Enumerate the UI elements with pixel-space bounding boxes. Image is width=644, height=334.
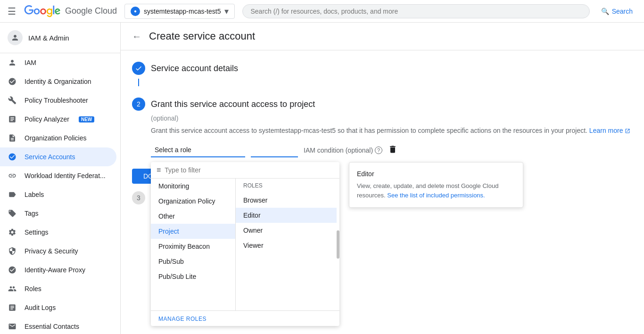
- search-bar[interactable]: [242, 4, 589, 18]
- dropdown-item-other[interactable]: Other: [151, 209, 235, 224]
- topbar: ☰ Google Cloud ● systemtestapp-mcas-test…: [0, 0, 644, 23]
- role-dropdown[interactable]: ≡ Monitoring Organization Policy Other P…: [151, 162, 339, 326]
- sidebar-item-audit-logs[interactable]: Audit Logs: [0, 298, 116, 317]
- step2-circle: 2: [132, 98, 145, 111]
- page-title: Create service account: [149, 30, 255, 42]
- search-label: Search: [612, 8, 633, 15]
- sidebar-item-policy-troubleshooter-label: Policy Troubleshooter: [25, 97, 88, 104]
- sidebar-item-roles-label: Roles: [25, 285, 41, 293]
- sidebar-item-org-policies[interactable]: Organization Policies: [0, 129, 116, 147]
- dropdown-scrollbar[interactable]: [337, 230, 339, 259]
- tooltip-description: View, create, update, and delete most Go…: [357, 181, 515, 200]
- menu-icon[interactable]: ☰: [8, 6, 16, 17]
- dropdown-right-header: Roles: [236, 179, 337, 193]
- sidebar-header: IAM & Admin: [0, 23, 120, 53]
- sidebar-item-iam-label: IAM: [25, 59, 36, 66]
- dropdown-item-pub-sub[interactable]: Pub/Sub: [151, 254, 235, 269]
- search-button[interactable]: 🔍 Search: [597, 8, 636, 15]
- iam-condition-label: IAM condition (optional) ?: [304, 147, 382, 154]
- sidebar-item-audit-logs-label: Audit Logs: [25, 304, 56, 311]
- page-body: Service account details 2 Grant this ser…: [121, 50, 644, 227]
- grant-description: Grant this service account access to sys…: [151, 126, 633, 136]
- sidebar-item-iam[interactable]: IAM: [0, 53, 116, 72]
- sidebar-header-title: IAM & Admin: [28, 34, 69, 42]
- step1-section: Service account details: [132, 62, 633, 86]
- delete-icon[interactable]: [388, 145, 397, 156]
- settings-icon: [8, 228, 17, 237]
- dropdown-filter-input[interactable]: [165, 166, 334, 174]
- logo: Google Cloud: [24, 5, 117, 17]
- dropdown-item-org-policy[interactable]: Organization Policy: [151, 194, 235, 209]
- roles-icon: [8, 284, 17, 293]
- tooltip-link[interactable]: See the list of included permissions.: [387, 192, 485, 199]
- sidebar-item-service-accounts[interactable]: Service Accounts: [0, 147, 116, 166]
- dropdown-role-owner[interactable]: Owner: [236, 223, 337, 238]
- sidebar-item-identity-aware-proxy[interactable]: Identity-Aware Proxy: [0, 261, 116, 279]
- dropdown-role-browser[interactable]: Browser: [236, 193, 337, 208]
- body-layout: IAM & Admin IAM Identity & Organization …: [0, 23, 644, 334]
- dropdown-arrow-icon: ▾: [224, 6, 229, 16]
- sidebar-item-policy-analyzer[interactable]: Policy Analyzer NEW: [0, 110, 116, 129]
- back-button[interactable]: ←: [132, 31, 141, 42]
- sidebar-item-tags-label: Tags: [25, 210, 39, 217]
- role-selection-area: Select a role _____ IAM condition (optio…: [151, 143, 633, 157]
- dropdown-role-editor[interactable]: Editor: [236, 208, 337, 223]
- privacy-security-icon: [8, 246, 17, 256]
- sidebar-item-settings-label: Settings: [25, 228, 49, 236]
- audit-logs-icon: [8, 303, 17, 312]
- sidebar-item-roles[interactable]: Roles: [0, 279, 116, 298]
- sidebar-item-tags[interactable]: Tags: [0, 204, 116, 223]
- dropdown-item-pub-sub-lite[interactable]: Pub/Sub Lite: [151, 269, 235, 284]
- page-header: ← Create service account: [121, 23, 644, 50]
- tooltip-title: Editor: [357, 170, 515, 178]
- manage-roles-button[interactable]: MANAGE ROLES: [158, 316, 206, 322]
- tags-icon: [8, 209, 17, 218]
- step2-section: 2 Grant this service account access to p…: [132, 98, 633, 157]
- dropdown-body: Monitoring Organization Policy Other Pro…: [151, 179, 339, 310]
- dropdown-item-project[interactable]: Project: [151, 224, 235, 239]
- learn-more-link[interactable]: Learn more: [589, 127, 623, 134]
- search-icon: 🔍: [601, 8, 609, 15]
- sidebar-item-settings[interactable]: Settings: [0, 223, 116, 242]
- dropdown-role-viewer[interactable]: Viewer: [236, 238, 337, 253]
- filter-icon: ≡: [157, 166, 161, 174]
- iam-icon: [8, 58, 17, 67]
- step1-title: Service account details: [151, 64, 238, 73]
- dropdown-left-panel: Monitoring Organization Policy Other Pro…: [151, 179, 236, 310]
- dropdown-item-monitoring[interactable]: Monitoring: [151, 179, 235, 194]
- essential-contacts-icon: [8, 322, 17, 331]
- dropdown-footer: MANAGE ROLES: [151, 310, 339, 326]
- sidebar-header-icon: [8, 30, 23, 45]
- role-select[interactable]: Select a role: [151, 143, 245, 157]
- policy-analyzer-icon: [8, 114, 17, 124]
- project-selector[interactable]: ● systemtestapp-mcas-test5 ▾: [124, 4, 235, 19]
- service-accounts-icon: [8, 152, 17, 162]
- search-input[interactable]: [250, 8, 581, 15]
- step1-divider: [138, 79, 139, 86]
- role-tooltip: Editor View, create, update, and delete …: [349, 162, 523, 208]
- google-logo-svg: [24, 5, 61, 17]
- step2-header: 2 Grant this service account access to p…: [132, 98, 633, 111]
- help-icon[interactable]: ?: [375, 147, 382, 154]
- sidebar-item-labels-label: Labels: [25, 191, 44, 198]
- sidebar-item-workload-identity[interactable]: Workload Identity Federat...: [0, 166, 116, 185]
- sidebar-item-identity-proxy-label: Identity-Aware Proxy: [25, 266, 85, 274]
- sidebar-item-privacy-security[interactable]: Privacy & Security: [0, 242, 116, 261]
- sidebar-item-privacy-security-label: Privacy & Security: [25, 247, 78, 255]
- sidebar-item-essential-contacts[interactable]: Essential Contacts: [0, 317, 116, 334]
- step3-circle: 3: [132, 191, 145, 204]
- sidebar-item-identity-org[interactable]: Identity & Organization: [0, 72, 116, 91]
- project-dot: ●: [131, 7, 140, 16]
- sidebar-item-identity-org-label: Identity & Organization: [25, 78, 91, 85]
- sidebar-item-essential-contacts-label: Essential Contacts: [25, 323, 79, 330]
- dropdown-item-proximity-beacon[interactable]: Proximity Beacon: [151, 239, 235, 254]
- identity-aware-proxy-icon: [8, 265, 17, 275]
- step2-title: Grant this service account access to pro…: [151, 99, 315, 109]
- sidebar-item-policy-troubleshooter[interactable]: Policy Troubleshooter: [0, 91, 116, 110]
- grant-optional: (optional): [151, 114, 633, 122]
- project-name: systemtestapp-mcas-test5: [144, 8, 221, 15]
- labels-icon: [8, 190, 17, 199]
- cloud-text: Google Cloud: [65, 6, 117, 16]
- org-policies-icon: [8, 133, 17, 143]
- sidebar-item-labels[interactable]: Labels: [0, 185, 116, 204]
